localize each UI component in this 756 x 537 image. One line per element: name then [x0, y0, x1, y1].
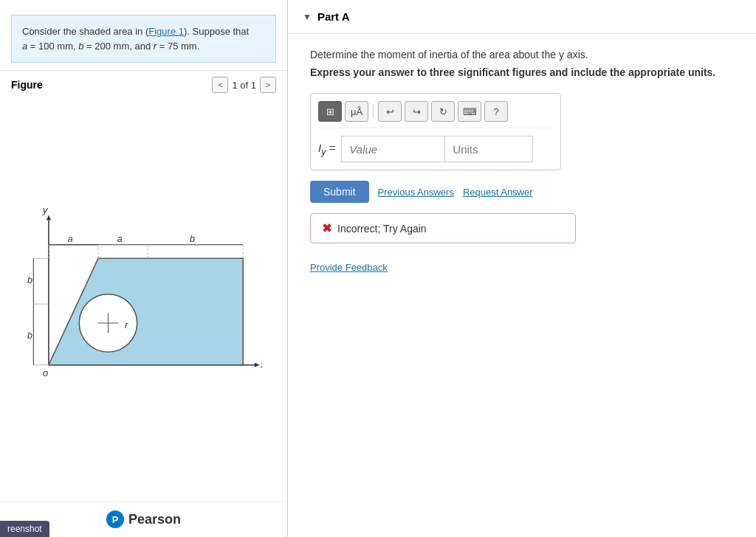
problem-statement: Consider the shaded area in (Figure 1). …	[11, 15, 276, 63]
provide-feedback-link[interactable]: Provide Feedback	[310, 262, 734, 273]
part-title: Part A	[317, 10, 350, 23]
pearson-logo: P Pearson	[106, 510, 181, 528]
equation-label: Iy =	[318, 142, 335, 157]
svg-text:a: a	[117, 233, 122, 243]
svg-text:y: y	[41, 204, 48, 215]
request-answer-link[interactable]: Request Answer	[463, 187, 533, 198]
action-row: Submit Previous Answers Request Answer	[310, 181, 734, 203]
value-input[interactable]	[341, 136, 444, 162]
problem-vars: a = 100 mm, b = 200 mm, and r = 75 mm.	[22, 41, 199, 52]
error-icon: ✖	[322, 221, 331, 235]
undo-button[interactable]: ↩	[378, 101, 402, 122]
svg-text:a: a	[67, 233, 72, 243]
redo-button[interactable]: ↪	[405, 101, 428, 122]
refresh-button[interactable]: ↻	[431, 101, 455, 122]
submit-button[interactable]: Submit	[310, 181, 369, 203]
matrix-button[interactable]: ⊞	[318, 101, 342, 122]
svg-marker-1	[254, 362, 259, 367]
figure-nav: < 1 of 1 >	[212, 77, 276, 93]
question-text: Determine the moment of inertia of the a…	[310, 49, 734, 60]
left-panel: Consider the shaded area in (Figure 1). …	[0, 0, 288, 537]
answer-box: ⊞ μÅ ↩ ↪ ↻ ⌨ ? Iy =	[310, 93, 561, 170]
svg-text:b: b	[27, 275, 32, 285]
pearson-icon: P	[106, 510, 124, 528]
error-text: Incorrect; Try Again	[337, 223, 427, 235]
keyboard-button[interactable]: ⌨	[458, 101, 481, 122]
svg-marker-7	[48, 258, 242, 365]
figure-counter: 1 of 1	[232, 80, 256, 91]
previous-answers-link[interactable]: Previous Answers	[378, 187, 454, 198]
svg-marker-3	[46, 215, 50, 220]
units-input[interactable]	[444, 136, 533, 162]
problem-text-suffix: ). Suppose that	[184, 26, 249, 37]
question-instructions: Express your answer to three significant…	[310, 66, 734, 78]
error-box: ✖ Incorrect; Try Again	[310, 213, 576, 243]
input-row: Iy =	[318, 136, 553, 162]
pearson-label: Pearson	[128, 512, 181, 527]
part-header: ▼ Part A	[288, 0, 756, 34]
toolbar-separator	[373, 104, 374, 119]
svg-text:x: x	[259, 358, 261, 370]
svg-text:b: b	[189, 233, 194, 243]
question-main-text: Determine the moment of inertia of the a…	[310, 49, 588, 60]
right-panel: ▼ Part A Determine the moment of inertia…	[288, 0, 756, 537]
figure-diagram: x y o a a b	[26, 204, 262, 396]
figure-area: x y o a a b	[0, 99, 287, 501]
part-content: Determine the moment of inertia of the a…	[288, 34, 756, 288]
svg-text:o: o	[42, 367, 48, 378]
help-button[interactable]: ?	[484, 101, 508, 122]
problem-text-prefix: Consider the shaded area in (	[22, 26, 148, 37]
svg-text:b: b	[27, 330, 32, 340]
figure-prev-button[interactable]: <	[212, 77, 228, 93]
part-collapse-arrow[interactable]: ▼	[303, 12, 312, 22]
figure-title: Figure	[11, 79, 43, 91]
figure-header: Figure < 1 of 1 >	[0, 70, 287, 99]
figure-link[interactable]: Figure 1	[148, 26, 184, 37]
figure-next-button[interactable]: >	[260, 77, 276, 93]
mu-button[interactable]: μÅ	[345, 101, 368, 122]
toolbar: ⊞ μÅ ↩ ↪ ↻ ⌨ ?	[318, 101, 553, 128]
screenshot-label: reenshot	[0, 521, 49, 537]
